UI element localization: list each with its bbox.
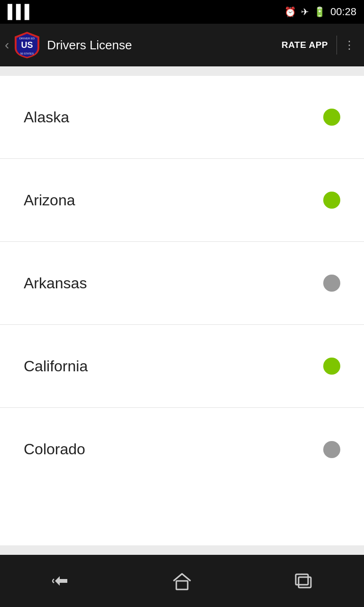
state-name: Alaska	[24, 109, 69, 126]
status-bar: ▌▌▌ ⏰ ✈ 🔋 00:28	[0, 0, 364, 24]
status-bar-left: ▌▌▌	[8, 4, 33, 19]
app-bar: ‹ US DRIVER ED 50 STATES Drivers License…	[0, 24, 364, 66]
status-dot-green	[323, 109, 340, 126]
state-name: Arkansas	[24, 275, 87, 292]
svg-rect-4	[296, 574, 308, 585]
home-nav-icon	[172, 571, 192, 590]
svg-rect-3	[176, 581, 188, 589]
content-area: Alaska Arizona Arkansas California Color…	[0, 66, 364, 555]
back-nav-icon	[50, 572, 71, 589]
status-time: 00:28	[330, 6, 356, 18]
svg-rect-5	[299, 577, 311, 588]
nav-home-button[interactable]	[121, 571, 243, 590]
airplane-icon: ✈	[301, 6, 309, 18]
state-name: Arizona	[24, 192, 75, 209]
nav-bar	[0, 555, 364, 607]
svg-text:DRIVER ED: DRIVER ED	[19, 37, 35, 40]
list-item[interactable]: Arkansas	[0, 242, 364, 325]
status-dot-gray	[323, 275, 340, 292]
list-item[interactable]: Alaska	[0, 76, 364, 159]
svg-text:US: US	[21, 40, 33, 50]
list-item[interactable]: Arizona	[0, 159, 364, 242]
barcode-icon: ▌▌▌	[8, 4, 33, 19]
app-title: Drivers License	[47, 38, 276, 53]
rate-app-button[interactable]: RATE APP	[276, 40, 334, 50]
recent-nav-icon	[293, 572, 314, 589]
more-menu-button[interactable]: ⋮	[340, 38, 359, 52]
toolbar-divider	[337, 36, 337, 55]
status-dot-green	[323, 358, 340, 375]
nav-recent-button[interactable]	[243, 572, 364, 589]
nav-back-button[interactable]	[0, 572, 121, 589]
alarm-icon: ⏰	[284, 6, 296, 18]
states-list: Alaska Arizona Arkansas California Color…	[0, 76, 364, 545]
back-button[interactable]: ‹	[5, 37, 9, 53]
battery-icon: 🔋	[314, 6, 326, 18]
status-bar-right: ⏰ ✈ 🔋 00:28	[284, 6, 356, 18]
app-logo: US DRIVER ED 50 STATES	[13, 31, 41, 59]
state-name: Colorado	[24, 441, 85, 458]
state-name: California	[24, 358, 88, 375]
svg-text:50 STATES: 50 STATES	[20, 52, 34, 55]
status-dot-green	[323, 192, 340, 209]
status-dot-gray	[323, 441, 340, 458]
list-item[interactable]: Colorado	[0, 408, 364, 491]
list-item[interactable]: California	[0, 325, 364, 408]
